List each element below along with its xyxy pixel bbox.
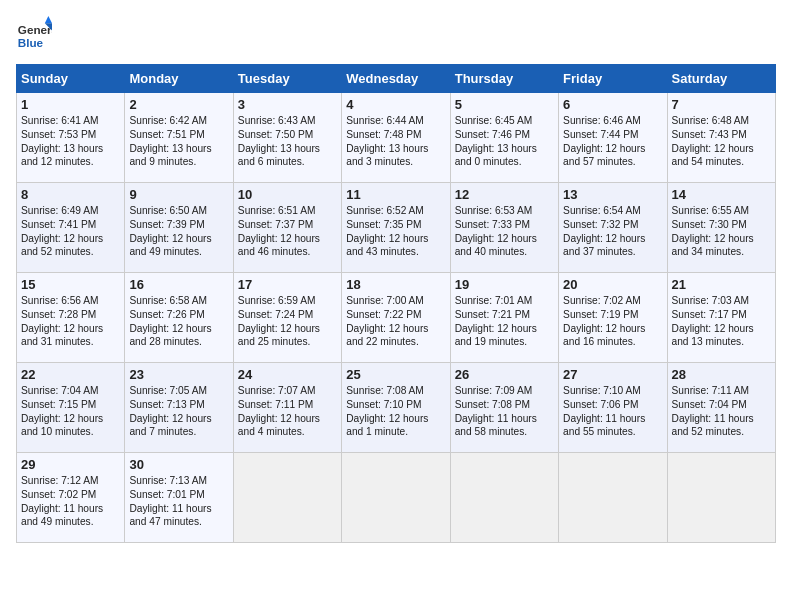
- cell-details: Sunrise: 6:44 AMSunset: 7:48 PMDaylight:…: [346, 115, 428, 167]
- day-number: 24: [238, 367, 337, 382]
- day-number: 27: [563, 367, 662, 382]
- cell-details: Sunrise: 7:10 AMSunset: 7:06 PMDaylight:…: [563, 385, 645, 437]
- header-day-tuesday: Tuesday: [233, 65, 341, 93]
- day-number: 17: [238, 277, 337, 292]
- cell-details: Sunrise: 6:52 AMSunset: 7:35 PMDaylight:…: [346, 205, 428, 257]
- calendar-cell: 13 Sunrise: 6:54 AMSunset: 7:32 PMDaylig…: [559, 183, 667, 273]
- calendar-cell: 20 Sunrise: 7:02 AMSunset: 7:19 PMDaylig…: [559, 273, 667, 363]
- cell-details: Sunrise: 7:04 AMSunset: 7:15 PMDaylight:…: [21, 385, 103, 437]
- day-number: 20: [563, 277, 662, 292]
- cell-details: Sunrise: 6:53 AMSunset: 7:33 PMDaylight:…: [455, 205, 537, 257]
- calendar-cell: 4 Sunrise: 6:44 AMSunset: 7:48 PMDayligh…: [342, 93, 450, 183]
- calendar-cell: 21 Sunrise: 7:03 AMSunset: 7:17 PMDaylig…: [667, 273, 775, 363]
- cell-details: Sunrise: 6:50 AMSunset: 7:39 PMDaylight:…: [129, 205, 211, 257]
- header-day-thursday: Thursday: [450, 65, 558, 93]
- calendar-cell: 19 Sunrise: 7:01 AMSunset: 7:21 PMDaylig…: [450, 273, 558, 363]
- page-header: General Blue: [16, 16, 776, 52]
- cell-details: Sunrise: 6:51 AMSunset: 7:37 PMDaylight:…: [238, 205, 320, 257]
- cell-details: Sunrise: 7:11 AMSunset: 7:04 PMDaylight:…: [672, 385, 754, 437]
- calendar-cell: 23 Sunrise: 7:05 AMSunset: 7:13 PMDaylig…: [125, 363, 233, 453]
- calendar-cell: 8 Sunrise: 6:49 AMSunset: 7:41 PMDayligh…: [17, 183, 125, 273]
- calendar-cell: [559, 453, 667, 543]
- cell-details: Sunrise: 6:58 AMSunset: 7:26 PMDaylight:…: [129, 295, 211, 347]
- calendar-cell: 29 Sunrise: 7:12 AMSunset: 7:02 PMDaylig…: [17, 453, 125, 543]
- calendar-cell: 14 Sunrise: 6:55 AMSunset: 7:30 PMDaylig…: [667, 183, 775, 273]
- calendar-cell: 17 Sunrise: 6:59 AMSunset: 7:24 PMDaylig…: [233, 273, 341, 363]
- calendar-cell: [233, 453, 341, 543]
- calendar-cell: 12 Sunrise: 6:53 AMSunset: 7:33 PMDaylig…: [450, 183, 558, 273]
- day-number: 29: [21, 457, 120, 472]
- calendar-cell: 26 Sunrise: 7:09 AMSunset: 7:08 PMDaylig…: [450, 363, 558, 453]
- cell-details: Sunrise: 7:01 AMSunset: 7:21 PMDaylight:…: [455, 295, 537, 347]
- logo-icon: General Blue: [16, 16, 52, 52]
- header-row: SundayMondayTuesdayWednesdayThursdayFrid…: [17, 65, 776, 93]
- day-number: 7: [672, 97, 771, 112]
- day-number: 2: [129, 97, 228, 112]
- day-number: 19: [455, 277, 554, 292]
- calendar-cell: 25 Sunrise: 7:08 AMSunset: 7:10 PMDaylig…: [342, 363, 450, 453]
- day-number: 9: [129, 187, 228, 202]
- cell-details: Sunrise: 6:48 AMSunset: 7:43 PMDaylight:…: [672, 115, 754, 167]
- cell-details: Sunrise: 6:45 AMSunset: 7:46 PMDaylight:…: [455, 115, 537, 167]
- week-row-4: 22 Sunrise: 7:04 AMSunset: 7:15 PMDaylig…: [17, 363, 776, 453]
- day-number: 11: [346, 187, 445, 202]
- calendar-cell: 16 Sunrise: 6:58 AMSunset: 7:26 PMDaylig…: [125, 273, 233, 363]
- calendar-cell: 6 Sunrise: 6:46 AMSunset: 7:44 PMDayligh…: [559, 93, 667, 183]
- day-number: 28: [672, 367, 771, 382]
- day-number: 1: [21, 97, 120, 112]
- week-row-3: 15 Sunrise: 6:56 AMSunset: 7:28 PMDaylig…: [17, 273, 776, 363]
- day-number: 13: [563, 187, 662, 202]
- calendar-cell: 9 Sunrise: 6:50 AMSunset: 7:39 PMDayligh…: [125, 183, 233, 273]
- cell-details: Sunrise: 6:55 AMSunset: 7:30 PMDaylight:…: [672, 205, 754, 257]
- cell-details: Sunrise: 6:56 AMSunset: 7:28 PMDaylight:…: [21, 295, 103, 347]
- header-day-monday: Monday: [125, 65, 233, 93]
- cell-details: Sunrise: 6:54 AMSunset: 7:32 PMDaylight:…: [563, 205, 645, 257]
- day-number: 26: [455, 367, 554, 382]
- calendar-cell: 2 Sunrise: 6:42 AMSunset: 7:51 PMDayligh…: [125, 93, 233, 183]
- week-row-1: 1 Sunrise: 6:41 AMSunset: 7:53 PMDayligh…: [17, 93, 776, 183]
- day-number: 4: [346, 97, 445, 112]
- svg-marker-2: [45, 16, 52, 23]
- cell-details: Sunrise: 7:03 AMSunset: 7:17 PMDaylight:…: [672, 295, 754, 347]
- day-number: 10: [238, 187, 337, 202]
- calendar-cell: [667, 453, 775, 543]
- calendar-cell: 30 Sunrise: 7:13 AMSunset: 7:01 PMDaylig…: [125, 453, 233, 543]
- cell-details: Sunrise: 6:41 AMSunset: 7:53 PMDaylight:…: [21, 115, 103, 167]
- cell-details: Sunrise: 7:00 AMSunset: 7:22 PMDaylight:…: [346, 295, 428, 347]
- day-number: 5: [455, 97, 554, 112]
- cell-details: Sunrise: 6:42 AMSunset: 7:51 PMDaylight:…: [129, 115, 211, 167]
- day-number: 8: [21, 187, 120, 202]
- calendar-table: SundayMondayTuesdayWednesdayThursdayFrid…: [16, 64, 776, 543]
- calendar-cell: [450, 453, 558, 543]
- day-number: 30: [129, 457, 228, 472]
- calendar-cell: 10 Sunrise: 6:51 AMSunset: 7:37 PMDaylig…: [233, 183, 341, 273]
- day-number: 16: [129, 277, 228, 292]
- calendar-cell: 28 Sunrise: 7:11 AMSunset: 7:04 PMDaylig…: [667, 363, 775, 453]
- cell-details: Sunrise: 7:07 AMSunset: 7:11 PMDaylight:…: [238, 385, 320, 437]
- calendar-cell: 18 Sunrise: 7:00 AMSunset: 7:22 PMDaylig…: [342, 273, 450, 363]
- calendar-cell: 27 Sunrise: 7:10 AMSunset: 7:06 PMDaylig…: [559, 363, 667, 453]
- week-row-2: 8 Sunrise: 6:49 AMSunset: 7:41 PMDayligh…: [17, 183, 776, 273]
- svg-text:Blue: Blue: [18, 36, 44, 49]
- header-day-sunday: Sunday: [17, 65, 125, 93]
- day-number: 21: [672, 277, 771, 292]
- day-number: 25: [346, 367, 445, 382]
- day-number: 6: [563, 97, 662, 112]
- day-number: 12: [455, 187, 554, 202]
- day-number: 18: [346, 277, 445, 292]
- day-number: 22: [21, 367, 120, 382]
- header-day-friday: Friday: [559, 65, 667, 93]
- calendar-cell: [342, 453, 450, 543]
- calendar-cell: 11 Sunrise: 6:52 AMSunset: 7:35 PMDaylig…: [342, 183, 450, 273]
- cell-details: Sunrise: 7:12 AMSunset: 7:02 PMDaylight:…: [21, 475, 103, 527]
- cell-details: Sunrise: 7:13 AMSunset: 7:01 PMDaylight:…: [129, 475, 211, 527]
- calendar-cell: 5 Sunrise: 6:45 AMSunset: 7:46 PMDayligh…: [450, 93, 558, 183]
- cell-details: Sunrise: 6:49 AMSunset: 7:41 PMDaylight:…: [21, 205, 103, 257]
- cell-details: Sunrise: 7:09 AMSunset: 7:08 PMDaylight:…: [455, 385, 537, 437]
- cell-details: Sunrise: 6:59 AMSunset: 7:24 PMDaylight:…: [238, 295, 320, 347]
- calendar-cell: 15 Sunrise: 6:56 AMSunset: 7:28 PMDaylig…: [17, 273, 125, 363]
- calendar-cell: 24 Sunrise: 7:07 AMSunset: 7:11 PMDaylig…: [233, 363, 341, 453]
- cell-details: Sunrise: 7:02 AMSunset: 7:19 PMDaylight:…: [563, 295, 645, 347]
- day-number: 23: [129, 367, 228, 382]
- cell-details: Sunrise: 6:46 AMSunset: 7:44 PMDaylight:…: [563, 115, 645, 167]
